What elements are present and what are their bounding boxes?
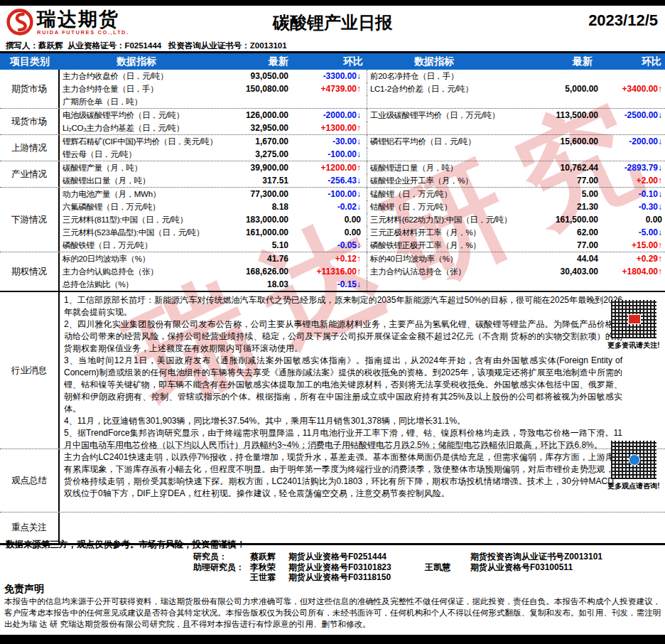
chg-value: -2893.79↓ (601, 163, 665, 173)
latest-value: 317.51 (213, 176, 297, 186)
indicator-label: 广期所仓单（日，吨） (60, 97, 213, 107)
chg-value: +1300.00↑ (297, 123, 367, 133)
chg-value: -0.05↓ (297, 240, 367, 250)
latest-value: 168,626.00 (213, 267, 297, 277)
chg-value: +2.00↑ (601, 176, 665, 186)
research-credits: 研究员：蔡跃辉期货从业资格号F0251444期货投资咨询从业证书号Z001310… (193, 552, 602, 583)
table-section: 下游情况动力电池产量（月，MWh）77,300.00-100.00↓锰酸锂（日，… (0, 188, 665, 252)
indicator-label: 钴酸锂（日，万元/吨） (367, 200, 502, 213)
indicator-label: 三元材料(523单晶型):中国（日，元/吨） (60, 227, 213, 238)
latest-value: 41.76 (213, 254, 297, 264)
table-body: 期货市场主力合约收盘价（日，元/吨）93,050.00-3300.00↓前20名… (0, 70, 665, 292)
chg-value: -0.15↓ (297, 279, 367, 289)
table-section: 期权情况标的20日均波动率（%）41.76+0.12↑标的40日均波动率（%）4… (0, 252, 665, 292)
indicator-label: 碳酸锂产量（月，吨） (60, 163, 213, 173)
col-header-indicator: 数据指标 (60, 55, 213, 68)
latest-value: 18.03 (213, 279, 297, 289)
latest-value: 183,000.00 (213, 215, 297, 225)
table-row: 主力合约收盘价（日，元/吨）93,050.00-3300.00↓前20名净持仓（… (60, 70, 665, 82)
indicator-label: 标的40日均波动率（%） (367, 252, 502, 265)
chg-value: -0.02↓ (297, 202, 367, 212)
disclaimer-title: 免责声明 (4, 583, 44, 596)
section-rows: 电池级碳酸锂平均价（日，元/吨）126,000.00-2000.00↓工业级碳酸… (60, 109, 665, 134)
chg-value: -100.00↓ (297, 149, 367, 159)
credential-number: 期货从业资格号F0251444 (288, 552, 425, 562)
table-row: 主力合约认购总持仓（张）168,626.00+11316.00↑主力合约认沽总持… (60, 265, 665, 278)
col-header-chg2: 环比 (601, 55, 665, 68)
news-item: 5、据TrendForce集邦咨询研究显示，由于终端需求明显降温，11月电池行业… (64, 427, 622, 451)
latest-value: 113,500.00 (502, 110, 601, 120)
indicator-label: 总持仓沽购比（%） (60, 279, 213, 290)
indicator-label: 主力合约认购总持仓（张） (60, 267, 213, 277)
section-viewpoint: 观点总结 主力合约LC2401快速走弱，以跌停7%报收，持仓量增加，现货升水，基… (0, 449, 665, 512)
credit-line: 研究员：蔡跃辉期货从业资格号F0251444期货投资咨询从业证书号Z001310… (193, 552, 602, 562)
chg-value: -0.30↓ (601, 202, 665, 212)
latest-value: 62.00 (502, 227, 601, 237)
table-row: 广期所仓单（日，吨） (60, 95, 665, 108)
latest-value: 5.10 (213, 240, 297, 250)
latest-value: 10,762.44 (502, 163, 601, 173)
chg-value: 0.00 (297, 227, 367, 237)
category-label: 期货市场 (0, 70, 60, 108)
indicator-label: 标的20日均波动率（%） (60, 254, 213, 264)
category-label: 观点总结 (0, 449, 60, 512)
latest-value: 8.18 (213, 202, 297, 212)
col-header-chg: 环比 (297, 55, 367, 68)
researcher-name (425, 552, 470, 562)
table-row: 动力电池产量（月，MWh）77,300.00-100.00↓锰酸锂（日，万元/吨… (60, 188, 665, 200)
indicator-label: 六氟磷酸锂（日，万元/吨） (60, 202, 213, 213)
news-item: 3、当地时间12月1日，美国政府发布《通胀削减法案外国敏感实体指南》。指南提出，… (64, 355, 622, 415)
indicator-label (367, 278, 502, 291)
category-label: 重点关注 (0, 512, 60, 543)
table-row: 三元材料(811型):中国（日，元/吨）183,000.000.00三元材料(6… (60, 213, 665, 226)
section-rows: 标的20日均波动率（%）41.76+0.12↑标的40日均波动率（%）44.04… (60, 252, 665, 291)
table-row: 标的20日均波动率（%）41.76+0.12↑标的40日均波动率（%）44.04… (60, 252, 665, 265)
latest-value: 1,670.00 (213, 136, 297, 146)
byline: 撰写人：蔡跃辉 从业资格证号：F0251444 投资咨询从业证书号：Z00131… (6, 41, 287, 51)
latest-value: 5.00 (502, 189, 601, 199)
table-section: 现货市场电池级碳酸锂平均价（日，元/吨）126,000.00-2000.00↓工… (0, 109, 665, 135)
table-section: 上游情况锂辉石精矿(CIF中国)平均价（日，美元/吨）1,670.00-30.0… (0, 135, 665, 161)
latest-value: 5,000.00 (502, 84, 601, 94)
chg-value: -100.00↓ (297, 189, 367, 199)
latest-value: 77.00 (502, 176, 601, 186)
latest-value: 161,500.00 (502, 215, 601, 225)
qr-viewpoint-caption: 更多观点请咨询! (605, 481, 662, 491)
section-industry-news: 行业消息 1、工信部原部长苗圩：新能源汽车对传统燃油汽车取代之势已经形成，原来制… (0, 292, 665, 449)
indicator-label: 锂辉石精矿(CIF中国)平均价（日，美元/吨） (60, 136, 213, 147)
credit-line: 助理研究员：李秋荣期货从业资格号F03101823王凯慧期货从业资格号F0310… (193, 562, 602, 573)
chg-value: +1804.00↑ (601, 267, 665, 277)
section-rows: 锂辉石精矿(CIF中国)平均价（日，美元/吨）1,670.00-30.00↓磷锂… (60, 135, 665, 161)
news-item: 4、11月，比亚迪销售301,903辆，同比增长37.54%。其中，乘用车11月… (64, 415, 622, 427)
latest-value: 161,000.00 (213, 227, 297, 237)
indicator-label: 碳酸锂企业开工率（月，%） (367, 174, 502, 187)
researcher-name: 王凯慧 (425, 562, 470, 573)
category-label: 上游情况 (0, 135, 60, 161)
indicator-label: 碳酸锂进口量（月，吨） (367, 161, 502, 174)
table-section: 期货市场主力合约收盘价（日，元/吨）93,050.00-3300.00↓前20名… (0, 70, 665, 109)
chg-value: -3300.00↓ (297, 71, 367, 81)
chg-value: +1200.00↑ (297, 163, 367, 173)
chg-value: -30.00↓ (297, 136, 367, 146)
latest-value: 3,275.00 (213, 149, 297, 159)
section-rows: 动力电池产量（月，MWh）77,300.00-100.00↓锰酸锂（日，万元/吨… (60, 188, 665, 252)
credential-number: 期货投资咨询从业证书号Z0013101 (470, 552, 602, 562)
chg-value: +0.12↑ (297, 254, 367, 264)
indicator-label: 锂云母（日，元/吨） (60, 149, 213, 160)
indicator-label: 三元材料(622动力型):中国（日，元/吨） (367, 213, 502, 226)
table-row: 六氟磷酸锂（日，万元/吨）8.18-0.02↓钴酸锂（日，万元/吨）21.30-… (60, 200, 665, 213)
data-table: 项目类别 数据指标 最新 环比 数据指标 最新 环比 期货市场主力合约收盘价（日… (0, 53, 665, 545)
table-row: 总持仓沽购比（%）18.03-0.15↓ (60, 278, 665, 291)
chg-value: +0.29↑ (601, 254, 665, 264)
disclaimer-text: 本报告中的信息均来源于公开可获得资料，瑞达期货股份有限公司力求准确可靠，但对这些… (4, 596, 661, 630)
latest-value: 126,000.00 (213, 110, 297, 120)
indicator-label: 碳酸锂出口量（月，吨） (60, 176, 213, 186)
credential-number: 期货从业资格号F03118150 (288, 572, 425, 583)
viewpoint-content: 主力合约LC2401快速走弱，以跌停7%报收，持仓量增加，现货升水，基差走强。基… (60, 449, 665, 512)
focus-content (60, 512, 665, 543)
indicator-label: 磷锂铝石平均价（日，元/吨） (367, 135, 502, 148)
qr-code-news (611, 300, 656, 338)
credit-role (193, 572, 250, 583)
latest-value: 77.00 (502, 240, 601, 250)
table-section: 产业情况碳酸锂产量（月，吨）39,900.00+1200.00↑碳酸锂进口量（月… (0, 161, 665, 188)
